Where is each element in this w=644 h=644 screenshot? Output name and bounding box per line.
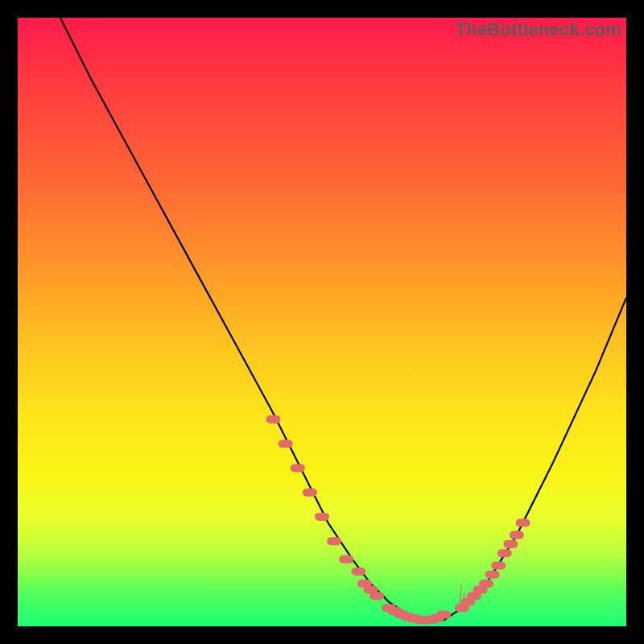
- chart-frame: TheBottleneck.com: [18, 18, 626, 626]
- curve-marker: [369, 592, 384, 600]
- curve-marker: [315, 513, 329, 521]
- marker-cluster-left: [266, 415, 378, 594]
- curve-marker: [339, 555, 353, 564]
- curve-marker: [351, 568, 365, 576]
- curve-marker: [497, 549, 512, 557]
- watermark-text: TheBottleneck.com: [456, 19, 621, 40]
- curve-marker: [479, 580, 493, 588]
- curve-marker: [327, 537, 341, 545]
- curve-marker: [279, 440, 293, 448]
- marker-cluster-bottom: [369, 592, 451, 624]
- curve-marker: [491, 561, 506, 569]
- curve-marker: [436, 611, 451, 619]
- curve-marker: [516, 519, 530, 527]
- marker-cluster-right: [455, 519, 530, 613]
- curve-marker: [485, 571, 500, 579]
- curve-marker: [291, 464, 305, 472]
- curve-marker: [510, 531, 524, 539]
- curve-marker: [303, 489, 317, 497]
- curve-marker: [503, 540, 518, 548]
- curve-marker: [266, 415, 281, 423]
- bottleneck-curve: [60, 18, 626, 620]
- chart-svg: [18, 18, 626, 626]
